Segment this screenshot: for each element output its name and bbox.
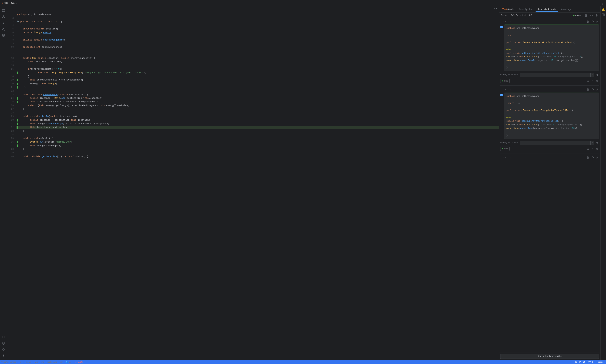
- scroll-up-icon[interactable]: ▲: [494, 8, 495, 10]
- code-line: throw new IllegalArgumentException("ener…: [16, 71, 499, 75]
- modify-dropdown-arrow-1[interactable]: ▾: [591, 73, 594, 77]
- thumbs-down-icon[interactable]: [595, 20, 599, 24]
- prev-test-icon-3[interactable]: ‹: [500, 156, 502, 159]
- code-container[interactable]: 1234 5678 9101112 13141516 17181920 2122…: [7, 11, 499, 360]
- code-line: [16, 133, 499, 137]
- svg-point-15: [3, 356, 4, 356]
- code-line: }: [16, 75, 499, 78]
- test-cards-container[interactable]: ‹ 1 / 1 ›: [499, 18, 600, 352]
- more-tools-icon[interactable]: ···: [1, 39, 6, 45]
- reset-icon-1[interactable]: [586, 79, 590, 83]
- prev-test-icon[interactable]: ‹: [500, 20, 502, 23]
- tab-coverage[interactable]: Coverage: [559, 8, 574, 11]
- thumbs-down-icon-3[interactable]: [595, 156, 599, 159]
- code-content[interactable]: package org.jetbrains.car; 🔍 public abst…: [16, 11, 499, 360]
- tab-testspark[interactable]: TestSpark: [500, 8, 516, 11]
- search-icon[interactable]: [1, 27, 6, 32]
- code-editor: ⚠ 3 ▲ ▼ 1234 5678 9101112 13141516 17181…: [7, 6, 499, 360]
- code-line: this.energy.reduceEnergy( value: distanc…: [16, 122, 499, 126]
- code-line: System.out.println("Refueling");: [16, 140, 499, 144]
- test-nav-1: ‹ 1 / 1 ›: [500, 20, 599, 24]
- thumbs-down-icon-2[interactable]: [595, 88, 599, 91]
- run-all-button[interactable]: ▶ Run all: [572, 14, 583, 17]
- modify-send-icon-1[interactable]: [595, 73, 599, 77]
- test-checkbox-2[interactable]: [500, 94, 503, 96]
- svg-rect-0: [2, 10, 5, 12]
- svg-rect-22: [587, 157, 589, 158]
- test-card-1: ‹ 1 / 1 ›: [500, 20, 599, 83]
- indent-type[interactable]: 4 spaces: [595, 361, 605, 363]
- encoding[interactable]: UTF-8: [587, 361, 593, 363]
- run-row-2: ▶ Run: [500, 146, 599, 151]
- copy-test-icon-2[interactable]: [586, 88, 590, 91]
- test-counter-2: 1 / 1: [503, 89, 508, 91]
- code-line: [16, 53, 499, 56]
- apply-to-test-suite-button[interactable]: Apply to test suite: [500, 354, 599, 359]
- svg-rect-20: [587, 89, 589, 91]
- run-debug-icon[interactable]: [1, 20, 6, 26]
- settings-icon[interactable]: [1, 353, 6, 359]
- run-row-1: ▶ Run: [500, 78, 599, 83]
- file-tab-car-java[interactable]: ☕ Car.java ✕: [0, 0, 19, 6]
- test-checkbox-1[interactable]: [500, 26, 503, 28]
- status-bar: TestAssignment › src › main › java › org…: [0, 360, 606, 364]
- svg-marker-4: [3, 22, 4, 24]
- reset-icon-2[interactable]: [586, 147, 590, 151]
- modify-llm-row-2: Modify with LLM: ▾: [500, 140, 599, 145]
- more-options-icon[interactable]: ⋮: [599, 1, 606, 5]
- thumbs-up-icon-2[interactable]: [591, 88, 594, 91]
- version-control-icon[interactable]: [1, 347, 6, 352]
- modify-llm-row-1: Modify with LLM: ▾: [500, 72, 599, 77]
- line-ending[interactable]: LF: [583, 361, 585, 363]
- line-indicator: ⚠ 3: [8, 8, 12, 10]
- inspection-icon[interactable]: [601, 13, 605, 17]
- undo-icon-2[interactable]: [591, 147, 594, 151]
- scroll-down-icon[interactable]: ▼: [496, 8, 497, 10]
- delete-icon-2[interactable]: [595, 147, 599, 151]
- next-test-icon[interactable]: ›: [509, 20, 511, 23]
- breadcrumb[interactable]: TestAssignment › src › main › java › org…: [1, 361, 83, 363]
- run-button-2[interactable]: ▶ Run: [500, 147, 510, 151]
- code-line: [16, 89, 499, 93]
- prev-test-icon-2[interactable]: ‹: [500, 88, 502, 91]
- right-panel-header: Passed: 8/9 Selected: 9/9 ▶ Run all: [499, 13, 600, 18]
- thumbs-up-icon-3[interactable]: [591, 156, 594, 159]
- tab-generated-tests[interactable]: Generated Tests: [535, 7, 558, 12]
- check-all-icon[interactable]: [584, 13, 588, 17]
- test-nav-2: ‹ 1 / 1 ›: [500, 88, 599, 91]
- modify-input-1[interactable]: [520, 73, 591, 77]
- collapse-icon[interactable]: [590, 13, 593, 17]
- modify-send-icon-2[interactable]: [595, 141, 599, 145]
- run-button-1[interactable]: ▶ Run: [500, 79, 510, 83]
- code-line: package org.jetbrains.car;: [16, 13, 499, 16]
- next-test-icon-3[interactable]: ›: [509, 156, 511, 159]
- code-line: double distance = Math.abs(destination-t…: [16, 96, 499, 100]
- svg-point-1: [3, 16, 4, 16]
- git-icon[interactable]: [1, 14, 6, 20]
- plugins-icon[interactable]: [1, 33, 6, 39]
- copy-test-icon[interactable]: [586, 20, 590, 24]
- problems-icon[interactable]: [1, 340, 6, 346]
- delete-all-icon[interactable]: [595, 13, 599, 17]
- svg-line-6: [4, 30, 5, 31]
- code-line: [16, 24, 499, 27]
- svg-rect-23: [587, 156, 589, 158]
- code-line: [16, 64, 499, 67]
- undo-icon-1[interactable]: [591, 79, 594, 83]
- thumbs-up-icon[interactable]: [591, 20, 594, 24]
- code-line: public void driveTo(double destination){: [16, 115, 499, 118]
- notifications-icon[interactable]: 🔔: [601, 8, 605, 12]
- code-line: [16, 16, 499, 20]
- modify-dropdown-arrow-2[interactable]: ▾: [591, 141, 594, 145]
- sidebar-right: 🔔: [600, 6, 606, 360]
- terminal-icon[interactable]: [1, 334, 6, 340]
- tab-close-icon[interactable]: ✕: [16, 2, 17, 4]
- tab-description[interactable]: Description: [516, 8, 535, 11]
- project-files-icon[interactable]: [1, 8, 6, 13]
- copy-test-icon-3[interactable]: [586, 156, 590, 159]
- delete-icon-1[interactable]: [595, 79, 599, 83]
- next-test-icon-2[interactable]: ›: [509, 88, 511, 91]
- svg-point-5: [2, 29, 4, 30]
- cursor-position[interactable]: 32:37: [575, 361, 581, 363]
- modify-input-2[interactable]: [520, 141, 591, 145]
